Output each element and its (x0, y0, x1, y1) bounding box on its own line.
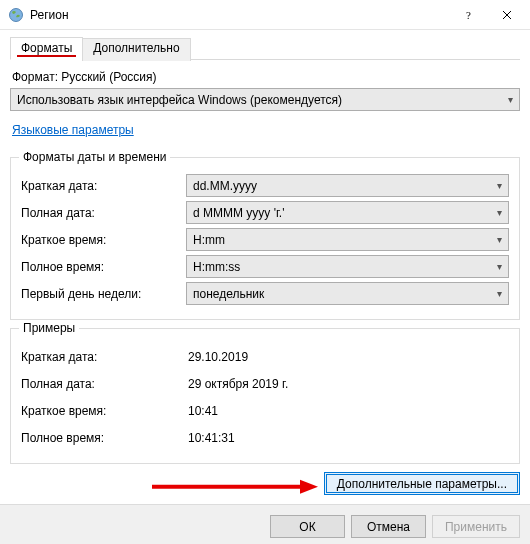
tab-formats[interactable]: Форматы (10, 37, 83, 60)
dialog-footer: ОК Отмена Применить (0, 504, 530, 544)
example-short-time-value: 10:41 (186, 404, 218, 418)
language-settings-link[interactable]: Языковые параметры (12, 123, 134, 137)
more-settings-row: Дополнительные параметры... (10, 472, 520, 505)
example-short-time-label: Краткое время: (21, 404, 186, 418)
tab-advanced[interactable]: Дополнительно (82, 38, 190, 61)
additional-settings-button[interactable]: Дополнительные параметры... (324, 472, 520, 495)
window-title: Регион (30, 8, 69, 22)
ok-button[interactable]: ОК (270, 515, 345, 538)
chevron-down-icon: ▾ (497, 261, 502, 272)
annotation-arrow (150, 477, 320, 495)
example-long-time-label: Полное время: (21, 431, 186, 445)
date-time-formats-group: Форматы даты и времени Краткая дата: dd.… (10, 157, 520, 320)
first-day-label: Первый день недели: (21, 287, 186, 301)
short-date-label: Краткая дата: (21, 179, 186, 193)
long-date-select[interactable]: d MMMM yyyy 'г.' ▾ (186, 201, 509, 224)
format-label: Формат: Русский (Россия) (12, 70, 520, 84)
chevron-down-icon: ▾ (497, 207, 502, 218)
example-long-time-value: 10:41:31 (186, 431, 235, 445)
chevron-down-icon: ▾ (508, 94, 513, 105)
date-time-formats-legend: Форматы даты и времени (19, 150, 170, 164)
short-time-label: Краткое время: (21, 233, 186, 247)
close-button[interactable] (484, 0, 530, 30)
short-date-select[interactable]: dd.MM.yyyy ▾ (186, 174, 509, 197)
tab-formats-label: Форматы (21, 41, 72, 55)
format-language-value: Использовать язык интерфейса Windows (ре… (17, 93, 508, 107)
svg-marker-3 (300, 479, 318, 493)
svg-text:?: ? (466, 10, 471, 20)
tab-strip: Форматы Дополнительно (10, 36, 520, 60)
format-language-select[interactable]: Использовать язык интерфейса Windows (ре… (10, 88, 520, 111)
example-long-date-label: Полная дата: (21, 377, 186, 391)
short-time-value: H:mm (193, 233, 497, 247)
dialog-body: Форматы Дополнительно Формат: Русский (Р… (0, 30, 530, 505)
first-day-value: понедельник (193, 287, 497, 301)
chevron-down-icon: ▾ (497, 234, 502, 245)
examples-legend: Примеры (19, 321, 79, 335)
long-time-select[interactable]: H:mm:ss ▾ (186, 255, 509, 278)
titlebar: Регион ? (0, 0, 530, 30)
region-icon (8, 7, 24, 23)
example-long-date-value: 29 октября 2019 г. (186, 377, 288, 391)
chevron-down-icon: ▾ (497, 288, 502, 299)
example-short-date-label: Краткая дата: (21, 350, 186, 364)
chevron-down-icon: ▾ (497, 180, 502, 191)
long-date-label: Полная дата: (21, 206, 186, 220)
first-day-select[interactable]: понедельник ▾ (186, 282, 509, 305)
short-time-select[interactable]: H:mm ▾ (186, 228, 509, 251)
cancel-button[interactable]: Отмена (351, 515, 426, 538)
long-time-label: Полное время: (21, 260, 186, 274)
examples-group: Примеры Краткая дата: 29.10.2019 Полная … (10, 328, 520, 464)
long-date-value: d MMMM yyyy 'г.' (193, 206, 497, 220)
apply-button[interactable]: Применить (432, 515, 520, 538)
short-date-value: dd.MM.yyyy (193, 179, 497, 193)
example-short-date-value: 29.10.2019 (186, 350, 248, 364)
annotation-underline (17, 55, 76, 57)
svg-point-0 (10, 8, 23, 21)
tab-advanced-label: Дополнительно (93, 41, 179, 55)
long-time-value: H:mm:ss (193, 260, 497, 274)
